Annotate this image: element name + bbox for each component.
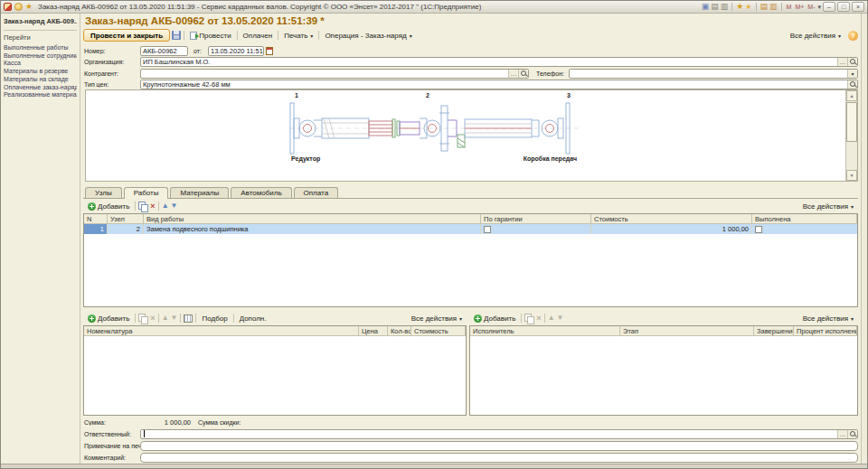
print-icon[interactable] bbox=[711, 3, 719, 11]
move-up-icon[interactable] bbox=[548, 314, 555, 322]
print-menu-button[interactable]: Печать bbox=[281, 30, 316, 42]
date-field[interactable]: 13.05.2020 11:51:39 bbox=[208, 46, 264, 56]
col-cost[interactable]: Стоимость bbox=[591, 214, 752, 223]
col-nomenclature[interactable]: Номенклатура bbox=[84, 326, 359, 335]
comment-field[interactable] bbox=[140, 453, 858, 463]
col-price[interactable]: Цена bbox=[359, 326, 388, 335]
all-actions-button[interactable]: Все действия bbox=[409, 313, 465, 324]
move-up-icon[interactable] bbox=[162, 202, 169, 210]
all-actions-button[interactable]: Все действия bbox=[800, 201, 856, 212]
phone-field[interactable] bbox=[569, 69, 858, 79]
minimize-button[interactable] bbox=[823, 2, 835, 12]
copy-icon[interactable] bbox=[138, 202, 148, 211]
tab-oplata[interactable]: Оплата bbox=[294, 187, 339, 198]
operation-menu-button[interactable]: Операция - Заказ-наряд bbox=[322, 30, 414, 42]
tab-materialy[interactable]: Материалы bbox=[170, 187, 229, 198]
help-icon[interactable] bbox=[848, 31, 858, 41]
save-icon[interactable] bbox=[172, 31, 181, 40]
close-button[interactable] bbox=[852, 2, 864, 12]
save-icon[interactable] bbox=[702, 3, 710, 11]
move-down-icon[interactable] bbox=[557, 314, 564, 322]
restore-button[interactable] bbox=[837, 2, 850, 12]
executors-table[interactable]: Исполнитель Этап Завершение Процент испо… bbox=[469, 325, 858, 416]
sidebar-item-sold-materials[interactable]: Реализованные материалы bbox=[4, 91, 77, 99]
sidebar-item-stock-materials[interactable]: Материалы на складе bbox=[4, 76, 77, 84]
tab-uzly[interactable]: Узлы bbox=[85, 187, 122, 198]
delete-icon[interactable] bbox=[150, 202, 155, 211]
star-icon[interactable] bbox=[736, 3, 743, 11]
move-down-icon[interactable] bbox=[171, 202, 178, 210]
doc-icon[interactable] bbox=[760, 3, 769, 11]
all-actions-button[interactable]: Все действия bbox=[788, 30, 844, 42]
ellipsis-button[interactable] bbox=[837, 430, 847, 438]
calc-m-minus-button[interactable]: M- bbox=[807, 4, 816, 10]
lookup-button[interactable] bbox=[847, 58, 857, 66]
sidebar-item-reserved-materials[interactable]: Материалы в резерве bbox=[4, 68, 77, 76]
star-add-icon[interactable] bbox=[745, 4, 751, 11]
copy-icon[interactable] bbox=[524, 314, 534, 324]
favorites-icon[interactable] bbox=[25, 3, 33, 11]
scrollbar-thumb[interactable] bbox=[846, 102, 857, 142]
move-up-icon[interactable] bbox=[162, 314, 169, 322]
counterparty-field[interactable] bbox=[140, 69, 529, 79]
add-row-button[interactable]: Добавить bbox=[471, 313, 518, 324]
calendar-icon[interactable] bbox=[266, 47, 273, 55]
picture-scrollbar[interactable] bbox=[845, 90, 857, 181]
materials-table[interactable]: Номенклатура Цена Кол-во Стоимость bbox=[83, 325, 467, 416]
print-preview-icon[interactable] bbox=[721, 3, 729, 11]
sidebar-item-employee-works[interactable]: Выполненные сотрудника... bbox=[4, 52, 77, 61]
add-row-button[interactable]: Добавить bbox=[85, 313, 132, 324]
lookup-button[interactable] bbox=[847, 430, 857, 438]
tab-avtomobil[interactable]: Автомобиль bbox=[231, 187, 291, 198]
all-actions-button[interactable]: Все действия bbox=[800, 313, 856, 324]
sidebar-item-completed-works[interactable]: Выполненные работы bbox=[4, 44, 77, 52]
form-scroll-strip[interactable] bbox=[861, 14, 868, 464]
sidebar-item-paid-orders[interactable]: Оплаченные заказ-наряды bbox=[4, 84, 77, 92]
app-icon[interactable] bbox=[4, 3, 12, 11]
warranty-checkbox[interactable] bbox=[484, 226, 491, 233]
col-node[interactable]: Узел bbox=[108, 214, 144, 223]
col-done[interactable]: Выполнена bbox=[752, 214, 857, 223]
col-finish[interactable]: Завершение bbox=[754, 326, 794, 335]
done-checkbox[interactable] bbox=[755, 226, 762, 233]
organization-field[interactable]: ИП Башлинская М.О. bbox=[140, 57, 858, 67]
add-row-button[interactable]: Добавить bbox=[85, 201, 132, 212]
tab-raboty[interactable]: Работы bbox=[124, 187, 169, 199]
chevron-down-icon[interactable] bbox=[817, 4, 821, 10]
lookup-button[interactable] bbox=[847, 80, 857, 89]
works-table[interactable]: N Узел Вид работы По гарантии Стоимость … bbox=[83, 213, 858, 307]
post-and-close-button[interactable]: Провести и закрыть bbox=[83, 29, 170, 42]
move-down-icon[interactable] bbox=[171, 314, 178, 322]
back-icon[interactable] bbox=[14, 3, 23, 11]
col-work-type[interactable]: Вид работы bbox=[144, 214, 481, 223]
sidebar-item-cash[interactable]: Касса bbox=[4, 60, 77, 68]
delete-icon[interactable] bbox=[536, 314, 541, 323]
paid-button[interactable]: Оплачен bbox=[241, 30, 276, 42]
delete-icon[interactable] bbox=[150, 314, 155, 323]
shaft-drawing[interactable]: 1 2 3 bbox=[289, 90, 580, 181]
selection-grid-icon[interactable] bbox=[184, 314, 193, 323]
print-note-field[interactable] bbox=[140, 441, 858, 451]
col-quantity[interactable]: Кол-во bbox=[388, 326, 411, 335]
col-n[interactable]: N bbox=[84, 214, 108, 223]
copy-icon[interactable] bbox=[138, 314, 148, 324]
col-percent[interactable]: Процент исполнения bbox=[794, 326, 857, 335]
additional-button[interactable]: Дополн. bbox=[237, 313, 269, 324]
responsible-field[interactable] bbox=[140, 429, 858, 439]
lookup-button[interactable] bbox=[518, 70, 528, 78]
calc-m-button[interactable]: M bbox=[786, 4, 793, 10]
scroll-down-icon[interactable] bbox=[846, 170, 857, 181]
post-button[interactable]: Провести bbox=[187, 30, 233, 42]
ellipsis-button[interactable] bbox=[837, 58, 847, 66]
pick-button[interactable]: Подбор bbox=[199, 313, 230, 324]
col-executor[interactable]: Исполнитель bbox=[470, 326, 620, 335]
col-warranty[interactable]: По гарантии bbox=[481, 214, 591, 223]
ellipsis-button[interactable] bbox=[508, 70, 518, 78]
col-stage[interactable]: Этап bbox=[620, 326, 754, 335]
dropdown-button[interactable] bbox=[847, 70, 857, 78]
price-type-field[interactable]: Крупнотоннажные 42-68 мм bbox=[140, 80, 858, 89]
table-row[interactable]: 1 2 Замена подвесного подшипника 1 000,0… bbox=[84, 224, 857, 234]
scroll-up-icon[interactable] bbox=[846, 90, 857, 101]
doc2-icon[interactable] bbox=[769, 3, 778, 11]
col-sum[interactable]: Стоимость bbox=[411, 326, 466, 335]
